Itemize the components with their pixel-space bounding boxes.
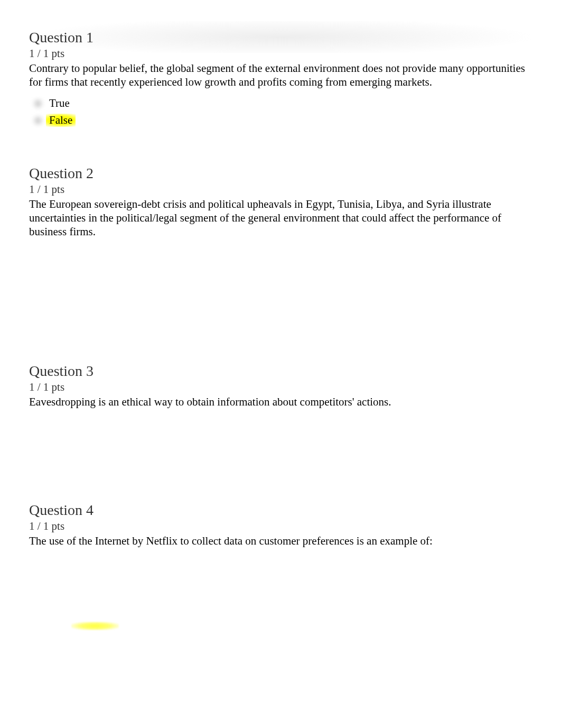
question-text: Contrary to popular belief, the global s… bbox=[29, 61, 532, 89]
content-spacer bbox=[29, 409, 532, 478]
question-block-4: Question 4 1 / 1 pts The use of the Inte… bbox=[0, 491, 561, 635]
question-header: Question 2 1 / 1 pts bbox=[29, 165, 532, 196]
question-title: Question 1 bbox=[29, 29, 532, 46]
question-title: Question 3 bbox=[29, 363, 532, 380]
content-spacer bbox=[29, 238, 532, 339]
question-title: Question 4 bbox=[29, 502, 532, 519]
question-points: 1 / 1 pts bbox=[29, 520, 532, 533]
question-points: 1 / 1 pts bbox=[29, 183, 532, 196]
radio-icon bbox=[31, 97, 45, 110]
question-block-3: Question 3 1 / 1 pts Eavesdropping is an… bbox=[0, 352, 561, 491]
question-text: The use of the Internet by Netflix to co… bbox=[29, 534, 532, 548]
answer-list: True False bbox=[31, 97, 532, 127]
answer-option-true[interactable]: True bbox=[31, 97, 532, 110]
answer-label-true: True bbox=[47, 97, 72, 110]
radio-icon bbox=[31, 114, 45, 127]
question-title: Question 2 bbox=[29, 165, 532, 182]
answer-option-false[interactable]: False bbox=[31, 114, 532, 127]
question-text: The European sovereign-debt crisis and p… bbox=[29, 197, 532, 239]
question-block-2: Question 2 1 / 1 pts The European sovere… bbox=[0, 144, 561, 353]
question-block-1: Question 1 1 / 1 pts Contrary to popular… bbox=[0, 0, 561, 144]
question-header: Question 1 1 / 1 pts bbox=[29, 29, 532, 60]
highlight-blur bbox=[71, 622, 119, 630]
question-points: 1 / 1 pts bbox=[29, 47, 532, 60]
question-text: Eavesdropping is an ethical way to obtai… bbox=[29, 395, 532, 409]
question-points: 1 / 1 pts bbox=[29, 381, 532, 394]
answer-label-false: False bbox=[47, 114, 74, 127]
question-header: Question 4 1 / 1 pts bbox=[29, 502, 532, 533]
question-header: Question 3 1 / 1 pts bbox=[29, 363, 532, 394]
